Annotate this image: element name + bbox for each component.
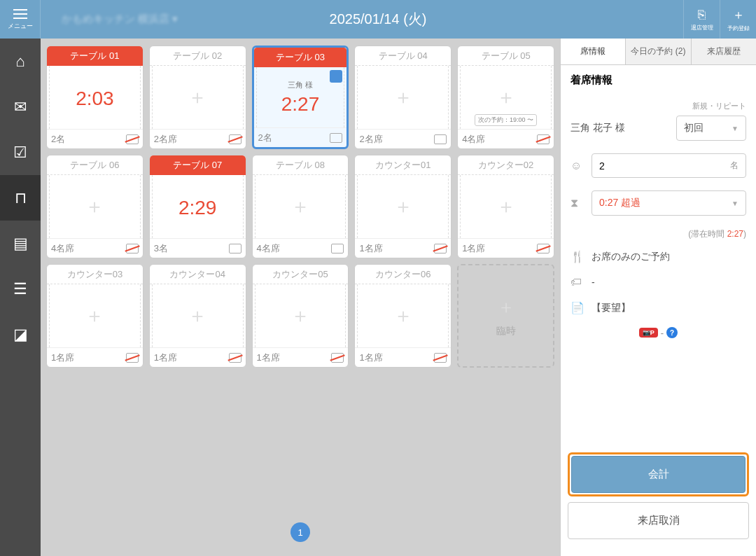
sidebar-checklist[interactable]: ☑: [0, 130, 41, 175]
sidebar-mail[interactable]: ✉: [0, 84, 41, 130]
table-name: テーブル 01: [47, 46, 143, 66]
seat-count: 1名席: [257, 352, 280, 364]
tab-today-reservations[interactable]: 今日の予約 (2): [626, 39, 691, 64]
table-name: テーブル 06: [47, 155, 143, 175]
no-smoking-icon: [331, 353, 344, 363]
detail-panel: 席情報 今日の予約 (2) 来店履歴 着席情報 新規・リピート 三角 花子 様 …: [560, 39, 756, 556]
table-name: カウンター04: [150, 265, 246, 284]
table-card[interactable]: テーブル 05＋次の予約：19:00 〜4名席: [457, 46, 554, 149]
add-guest-icon: ＋: [188, 303, 207, 329]
seat-timer: 2:27: [281, 93, 320, 116]
table-card[interactable]: テーブル 072:293名: [149, 155, 246, 258]
sidebar-tables[interactable]: ⊓: [0, 175, 41, 221]
table-name: カウンター03: [47, 265, 143, 284]
add-guest-icon: ＋: [393, 84, 413, 111]
seat-count: 1名席: [462, 242, 485, 255]
note-icon: 📄: [570, 301, 584, 314]
checkout-highlight: 会計: [568, 452, 749, 496]
table-card[interactable]: カウンター02＋1名席: [457, 155, 554, 258]
smoking-icon: [331, 244, 344, 253]
seat-count: 4名席: [51, 242, 74, 255]
table-name: カウンター05: [253, 265, 349, 284]
menu-button[interactable]: メニュー: [0, 0, 41, 39]
seat-count: 2名: [51, 133, 65, 146]
panel-title: 着席情報: [570, 74, 746, 87]
guest-name: 三角 花子 様: [570, 122, 669, 134]
table-card[interactable]: テーブル 02＋2名席: [149, 46, 246, 149]
cancel-visit-button[interactable]: 来店取消: [568, 502, 749, 539]
table-card[interactable]: テーブル 03三角 様2:272名: [252, 46, 349, 149]
add-guest-icon: ＋: [85, 303, 104, 329]
visit-type-select[interactable]: 初回 ▼: [676, 116, 746, 141]
point-badges: 📷P - ?: [570, 327, 746, 338]
tab-visit-history[interactable]: 来店履歴: [692, 39, 756, 64]
sidebar-list[interactable]: ☰: [0, 266, 41, 312]
request-info: 【要望】: [592, 302, 746, 314]
table-name: テーブル 08: [253, 155, 349, 175]
store-selector[interactable]: かもめキッチン 横浜店: [62, 13, 178, 26]
seat-count: 4名席: [257, 242, 280, 255]
add-guest-icon: ＋: [290, 193, 310, 220]
date-title: 2025/01/14 (火): [330, 10, 427, 29]
help-badge-icon[interactable]: ?: [666, 327, 678, 338]
seat-count: 2名席: [154, 133, 177, 146]
repeat-label: 新規・リピート: [570, 101, 746, 111]
seat-count: 1名席: [154, 352, 177, 364]
hourglass-icon: ⧗: [570, 197, 584, 209]
door-icon: ⎘: [698, 8, 706, 22]
table-card[interactable]: テーブル 012:032名: [46, 46, 144, 149]
table-card[interactable]: テーブル 06＋4名席: [46, 155, 144, 258]
table-card[interactable]: カウンター03＋1名席: [46, 264, 144, 368]
table-name: カウンター01: [355, 155, 451, 175]
table-name: テーブル 07: [150, 155, 246, 175]
tab-seat-info[interactable]: 席情報: [561, 39, 626, 64]
stay-time: (滞在時間 2:27): [570, 228, 746, 240]
checkout-button[interactable]: 会計: [571, 456, 746, 493]
table-name: カウンター06: [355, 265, 451, 284]
course-info: お席のみのご予約: [592, 251, 746, 263]
chevron-down-icon: ▼: [732, 125, 738, 132]
app-header: メニュー かもめキッチン 横浜店 2025/01/14 (火) ⎘ 退店管理 ＋…: [0, 0, 756, 39]
next-reservation: 次の予約：19:00 〜: [475, 114, 537, 126]
sidebar: ⌂ ✉ ☑ ⊓ ▤ ☰ ◪: [0, 39, 41, 556]
table-card[interactable]: カウンター04＋1名席: [149, 264, 246, 368]
tag-info: -: [592, 277, 746, 288]
add-guest-icon: ＋: [496, 193, 516, 220]
store-manage-button[interactable]: ⎘ 退店管理: [683, 0, 720, 39]
add-reservation-button[interactable]: ＋ 予約登録: [720, 0, 756, 39]
table-name: テーブル 04: [355, 46, 451, 66]
plus-icon: ＋: [497, 295, 515, 319]
add-guest-icon: ＋: [393, 193, 413, 220]
seat-count: 4名席: [462, 133, 485, 146]
add-guest-icon: ＋: [290, 303, 310, 329]
table-name: テーブル 03: [254, 48, 347, 67]
sidebar-cards[interactable]: ▤: [0, 221, 41, 266]
sidebar-money[interactable]: ◪: [0, 312, 41, 357]
temporary-table-button[interactable]: ＋臨時: [457, 264, 554, 368]
plus-icon: ＋: [732, 6, 745, 23]
person-icon: ☺: [570, 160, 584, 172]
add-guest-icon: ＋: [393, 303, 413, 329]
table-card[interactable]: カウンター06＋1名席: [354, 264, 451, 368]
add-guest-icon: ＋: [496, 84, 516, 111]
seat-count: 1名席: [359, 242, 382, 255]
tag-icon: 🏷: [570, 276, 584, 289]
guest-name: 三角 様: [288, 80, 313, 90]
add-guest-icon: ＋: [85, 193, 104, 220]
table-card[interactable]: カウンター01＋1名席: [354, 155, 451, 258]
sidebar-home[interactable]: ⌂: [0, 39, 41, 84]
smoking-icon: [229, 244, 241, 253]
no-smoking-icon: [229, 134, 241, 144]
table-card[interactable]: カウンター05＋1名席: [252, 264, 349, 368]
table-card[interactable]: テーブル 08＋4名席: [252, 155, 349, 258]
time-select[interactable]: 0:27 超過 ▼: [592, 190, 746, 216]
seat-count: 1名席: [51, 352, 74, 364]
no-smoking-icon: [229, 353, 241, 363]
add-guest-icon: ＋: [188, 84, 207, 111]
page-indicator[interactable]: 1: [290, 522, 310, 542]
smoking-icon: [434, 134, 447, 144]
seat-timer: 2:29: [178, 197, 217, 219]
party-size-input[interactable]: 2 名: [592, 153, 746, 178]
point-badge-icon: 📷P: [639, 328, 658, 338]
table-card[interactable]: テーブル 04＋2名席: [354, 46, 451, 149]
